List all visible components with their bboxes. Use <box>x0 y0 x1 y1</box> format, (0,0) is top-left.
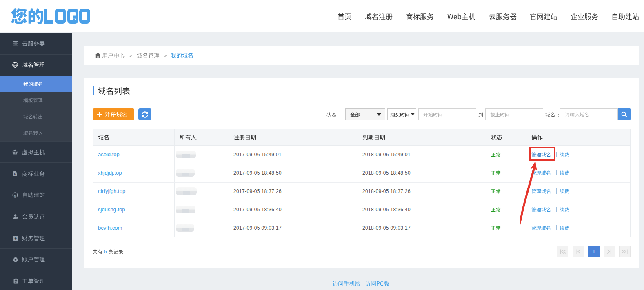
svg-text:e: e <box>14 193 16 197</box>
svg-text:¥: ¥ <box>14 236 17 241</box>
svg-text:R: R <box>14 172 16 176</box>
